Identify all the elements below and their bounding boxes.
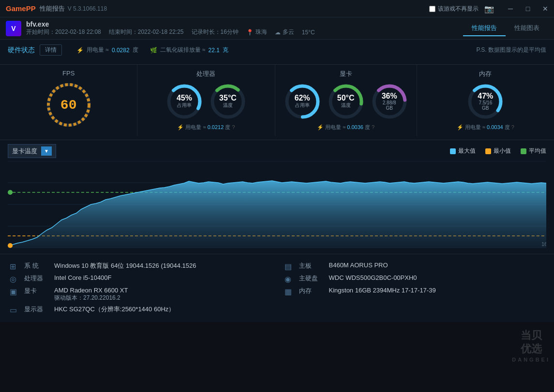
game-info-bar: V bfv.exe 开始时间：2022-02-18 22:08 结束时间：202… [0,17,554,40]
legend-min-label: 最小值 [494,147,511,155]
gpu-gauges-row: 62% 占用率 50°C 温度 [283,82,409,121]
sysinfo-row-cpu: ◎ 处理器 Intel Core i5-10400F [10,273,270,285]
chart-area: 显卡温度 ▼ 最大值 最小值 平均值 [0,140,554,254]
hdd-value: WDC WDS500G2B0C-00PXH0 [329,274,417,281]
sysinfo-row-gpu: ▣ 显卡 AMD Radeon RX 6600 XT驱动版本：27.20.220… [10,285,270,304]
gpu-panel: 显卡 62% 占用率 50°C 温度 [275,65,417,136]
power-icon: ⚡ [76,47,84,54]
memory-title: 内存 [425,70,546,78]
window-controls: 该游戏不再显示 📷 ─ □ ✕ [429,0,554,17]
hardware-status: 硬件状态 详情 ⚡ 用电量 ≈ 0.0282 度 🌿 二氧化碳排放量 ≈ 22.… [0,40,554,65]
gpu-usage-label: 62% 占用率 [295,94,310,109]
minimize-button[interactable]: ─ [502,0,519,17]
time-label: 16分钟 [541,241,546,247]
ram-icon: ▦ [284,287,294,296]
sysinfo-row-mb: ▤ 主板 B460M AORUS PRO [284,260,545,273]
gpu-power-note: ⚡ 用电量 ≈ 0.0036 度 ? [283,124,409,131]
tab-area: 性能报告 性能图表 [463,21,548,36]
start-time: 开始时间：2022-02-18 22:08 [26,28,101,36]
maximize-button[interactable]: □ [519,0,537,17]
fps-circle: 60 [45,81,93,129]
sysinfo: ⊞ 系 统 Windows 10 教育版 64位 19044.1526 (190… [0,254,554,322]
hw-title: 硬件状态 [8,46,35,55]
hdd-icon: ◉ [284,275,294,284]
cpu-usage-gauge: 45% 占用率 [165,82,204,121]
hdd-label: 主硬盘 [299,274,324,283]
ram-value: Kingston 16GB 2394MHz 17-17-17-39 [329,287,436,294]
fps-panel: FPS 60 [0,65,137,136]
os-label: 系 统 [24,261,49,270]
hw-header: 硬件状态 详情 ⚡ 用电量 ≈ 0.0282 度 🌿 二氧化碳排放量 ≈ 22.… [8,44,546,56]
game-icon: V [6,21,21,36]
carbon-value: 22.1 [209,47,220,54]
detail-button[interactable]: 详情 [40,44,62,56]
legend-max: 最大值 [450,147,476,155]
weather: ☁ 多云 [275,28,294,36]
power-unit: 度 [133,46,138,54]
tab-performance-chart[interactable]: 性能图表 [506,21,548,36]
app-logo: GamePP [6,4,36,13]
power-value: 0.0282 [112,47,130,54]
legend-min-dot [485,148,491,154]
watermark: 当贝 优选 DANGBEI [512,329,550,363]
cpu-temp-gauge: 35°C 温度 [209,82,247,121]
memory-power-note: ⚡ 用电量 ≈ 0.0034 度 ? [425,124,546,131]
power-label: 用电量 ≈ [87,46,109,54]
game-name: bfv.exe [26,20,315,28]
mb-icon: ▤ [284,262,294,271]
legend-avg-label: 平均值 [529,147,546,155]
gpu-temp-gauge: 50°C 温度 [327,82,365,121]
sysinfo-row-ram: ▦ 内存 Kingston 16GB 2394MHz 17-17-17-39 [284,285,545,298]
report-title: 性能报告 [40,4,65,13]
display-value: HKC SG27QC（分辨率:2560*1440 60Hz） [54,305,175,314]
legend-max-dot [450,148,456,154]
tab-performance-report[interactable]: 性能报告 [463,21,506,36]
no-show-area[interactable]: 该游戏不再显示 [429,5,479,13]
mb-value: B460M AORUS PRO [329,261,388,269]
no-show-label: 该游戏不再显示 [438,5,479,13]
hw-metrics: ⚡ 用电量 ≈ 0.0282 度 🌿 二氧化碳排放量 ≈ 22.1 克 [76,46,228,54]
carbon-icon: 🌿 [150,47,157,54]
titlebar: GamePP 性能报告 V 5.3.1066.118 该游戏不再显示 📷 ─ □… [0,0,554,17]
close-button[interactable]: ✕ [537,0,554,17]
gpu-temp-label: 50°C 温度 [337,94,355,109]
gpu-sys-label: 显卡 [24,287,49,295]
dropdown-arrow-icon: ▼ [41,146,52,156]
cpu-power-note: ⚡ 用电量 ≈ 0.0212 度 ? [145,124,267,131]
sysinfo-right: ▤ 主板 B460M AORUS PRO ◉ 主硬盘 WDC WDS500G2B… [284,260,545,316]
legend-min: 最小值 [485,147,511,155]
carbon-label: 二氧化碳排放量 ≈ [160,46,206,54]
cpu-temp-label: 35°C 温度 [219,94,237,109]
legend-avg: 平均值 [521,147,546,155]
fps-value: 60 [60,98,77,113]
memory-usage-label: 47% 7.5/16 GB [476,92,495,111]
camera-icon[interactable]: 📷 [484,4,494,14]
sysinfo-row-display: ▭ 显示器 HKC SG27QC（分辨率:2560*1440 60Hz） [10,304,270,316]
app-version: V 5.3.1066.118 [68,5,107,12]
avg-dot [8,190,13,195]
power-metric: ⚡ 用电量 ≈ 0.0282 度 [76,46,138,54]
cpu-sys-value: Intel Core i5-10400F [54,274,112,281]
location: 📍 珠海 [246,28,267,36]
os-value: Windows 10 教育版 64位 19044.1526 (19044.152… [54,261,196,270]
legend-max-label: 最大值 [458,147,476,155]
chart-header: 显卡温度 ▼ 最大值 最小值 平均值 [8,144,546,158]
gpu-usage-gauge: 62% 占用率 [283,82,322,121]
cpu-gauges-row: 45% 占用率 35°C 温度 [145,82,267,121]
cpu-title: 处理器 [145,70,267,78]
min-dot [8,243,13,248]
gpu-vram-gauge: 36% 2.88/8 GB [370,82,409,121]
memory-gauges-row: 47% 7.5/16 GB [425,82,546,121]
legend-avg-dot [521,148,526,154]
chart-legend: 最大值 最小值 平均值 [450,147,546,155]
ram-label: 内存 [299,287,324,295]
gpu-vram-label: 36% 2.88/8 GB [380,92,399,111]
game-name-block: bfv.exe 开始时间：2022-02-18 22:08 结束时间：2022-… [26,20,315,36]
cpu-sys-label: 处理器 [24,274,49,283]
display-icon: ▭ [10,305,19,315]
record-duration: 记录时长：16分钟 [192,28,239,36]
no-show-checkbox[interactable] [429,6,435,12]
chart-svg: 54 49.66 37 16分钟 [8,161,546,248]
chart-dropdown[interactable]: 显卡温度 ▼ [8,144,56,158]
cpu-panel: 处理器 45% 占用率 35°C 温度 [137,65,275,136]
